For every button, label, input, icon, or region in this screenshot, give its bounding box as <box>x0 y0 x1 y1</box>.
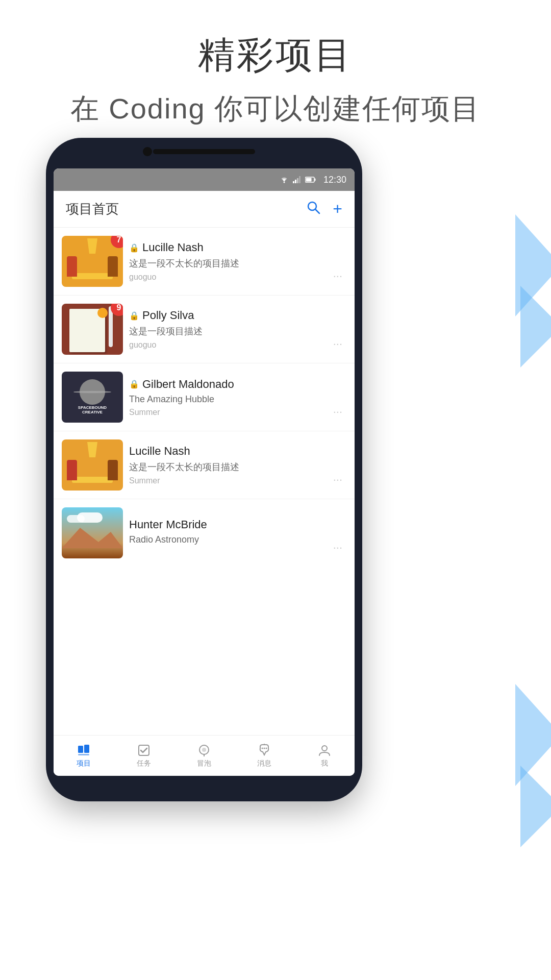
project-info: Hunter McBride Radio Astronomy <box>123 518 329 548</box>
hero-subtitle: 在 Coding 你可以创建任何项目 <box>0 90 551 129</box>
tasks-nav-label: 任务 <box>137 759 151 768</box>
more-options-button[interactable]: ··· <box>329 265 346 287</box>
more-options-button[interactable]: ··· <box>329 333 346 355</box>
project-name: Gilbert Maldonado <box>142 378 234 391</box>
messages-nav-label: 消息 <box>257 759 271 768</box>
svg-rect-6 <box>295 180 296 183</box>
space-brand-text: SPACEBOUNDCREATIVE <box>78 406 107 415</box>
svg-marker-1 <box>520 286 551 368</box>
project-item[interactable]: 9 🔒 Polly Silva 这是一段项目描述 guoguo ··· <box>54 296 355 363</box>
app-header-title: 项目首页 <box>66 200 306 218</box>
header-icons: + <box>306 200 342 218</box>
svg-marker-3 <box>520 766 551 847</box>
status-bar: 12:30 <box>54 168 355 191</box>
project-info: 🔒 Gilbert Maldonado The Amazing Hubble S… <box>123 378 329 417</box>
project-name-row: 🔒 Lucille Nash <box>129 241 323 254</box>
svg-point-19 <box>202 748 206 752</box>
lock-icon: 🔒 <box>129 379 139 389</box>
project-author: Summer <box>129 408 323 417</box>
project-info: 🔒 Polly Silva 这是一段项目描述 guoguo <box>123 309 329 350</box>
bubble-nav-icon <box>197 744 211 757</box>
project-description: Radio Astronomy <box>129 534 323 545</box>
project-description: 这是一段不太长的项目描述 <box>129 461 323 473</box>
project-author: Summer <box>129 476 323 485</box>
projects-nav-icon <box>77 744 90 757</box>
project-thumbnail <box>62 507 123 558</box>
project-description: 这是一段不太长的项目描述 <box>129 257 323 270</box>
svg-rect-7 <box>297 178 298 183</box>
more-options-button[interactable]: ··· <box>329 469 346 491</box>
project-thumbnail: SPACEBOUNDCREATIVE <box>62 372 123 423</box>
project-info: 🔒 Lucille Nash 这是一段不太长的项目描述 guoguo <box>123 241 329 282</box>
project-info: Lucille Nash 这是一段不太长的项目描述 Summer <box>123 445 329 485</box>
more-options-button[interactable]: ··· <box>329 401 346 423</box>
svg-rect-11 <box>306 178 311 182</box>
project-name-row: Lucille Nash <box>129 445 323 458</box>
project-item[interactable]: 7 🔒 Lucille Nash 这是一段不太长的项目描述 guoguo ··· <box>54 228 355 296</box>
messages-nav-icon <box>258 744 271 757</box>
nav-item-tasks[interactable]: 任务 <box>114 740 174 772</box>
tasks-nav-icon <box>137 744 151 757</box>
thumbnail-landscape <box>62 507 123 558</box>
status-time: 12:30 <box>323 175 346 185</box>
phone-body: 12:30 项目首页 + <box>46 138 362 801</box>
svg-rect-15 <box>84 745 89 753</box>
hero-section: 精彩项目 在 Coding 你可以创建任何项目 <box>0 31 551 129</box>
project-name-row: 🔒 Gilbert Maldonado <box>129 378 323 391</box>
project-item[interactable]: Hunter McBride Radio Astronomy ··· <box>54 499 355 567</box>
lock-icon: 🔒 <box>129 243 139 253</box>
thumbnail-dining <box>62 439 123 491</box>
signal-icon <box>293 176 301 183</box>
phone-screen: 12:30 项目首页 + <box>54 168 355 776</box>
project-description: 这是一段项目描述 <box>129 325 323 337</box>
svg-point-23 <box>266 747 267 749</box>
svg-point-22 <box>262 747 263 749</box>
add-button[interactable]: + <box>333 200 342 218</box>
bottom-navigation: 项目 任务 冒泡 <box>54 735 355 776</box>
project-thumbnail: 7 <box>62 236 123 287</box>
me-nav-label: 我 <box>321 759 328 768</box>
phone-notch <box>153 149 255 154</box>
me-nav-icon <box>318 744 331 757</box>
hero-title: 精彩项目 <box>0 31 551 80</box>
search-button[interactable] <box>306 200 320 218</box>
svg-point-21 <box>264 747 265 749</box>
bubble-nav-label: 冒泡 <box>197 759 211 768</box>
more-options-button[interactable]: ··· <box>329 537 346 558</box>
svg-rect-10 <box>314 179 315 181</box>
svg-rect-8 <box>299 176 300 183</box>
project-name: Lucille Nash <box>129 445 190 458</box>
project-name: Hunter McBride <box>129 518 207 531</box>
nav-item-bubble[interactable]: 冒泡 <box>174 740 234 772</box>
project-description: The Amazing Hubble <box>129 394 323 405</box>
project-thumbnail: 9 <box>62 304 123 355</box>
project-author: guoguo <box>129 273 323 282</box>
nav-item-me[interactable]: 我 <box>294 740 355 772</box>
search-icon <box>306 200 320 214</box>
svg-point-4 <box>283 182 285 183</box>
project-thumbnail <box>62 439 123 491</box>
phone-mockup: 12:30 项目首页 + <box>46 138 362 934</box>
project-name: Polly Silva <box>142 309 194 322</box>
project-name: Lucille Nash <box>142 241 204 254</box>
thumbnail-space: SPACEBOUNDCREATIVE <box>62 372 123 423</box>
phone-camera <box>143 147 152 156</box>
project-item[interactable]: Lucille Nash 这是一段不太长的项目描述 Summer ··· <box>54 431 355 499</box>
project-item[interactable]: SPACEBOUNDCREATIVE 🔒 Gilbert Maldonado T… <box>54 363 355 431</box>
project-name-row: Hunter McBride <box>129 518 323 531</box>
nav-item-messages[interactable]: 消息 <box>234 740 294 772</box>
svg-rect-14 <box>78 746 83 753</box>
chevron-decoration-2 <box>520 286 551 368</box>
svg-rect-16 <box>78 754 89 755</box>
battery-icon <box>305 177 316 183</box>
svg-point-24 <box>322 746 327 751</box>
svg-line-13 <box>315 209 319 213</box>
chevron-decoration-4 <box>520 766 551 847</box>
planet-graphic <box>80 379 105 405</box>
project-name-row: 🔒 Polly Silva <box>129 309 323 322</box>
projects-nav-label: 项目 <box>77 759 91 768</box>
wifi-icon <box>280 176 289 183</box>
nav-item-projects[interactable]: 项目 <box>54 740 114 772</box>
status-icons: 12:30 <box>280 175 346 185</box>
project-author: guoguo <box>129 340 323 350</box>
